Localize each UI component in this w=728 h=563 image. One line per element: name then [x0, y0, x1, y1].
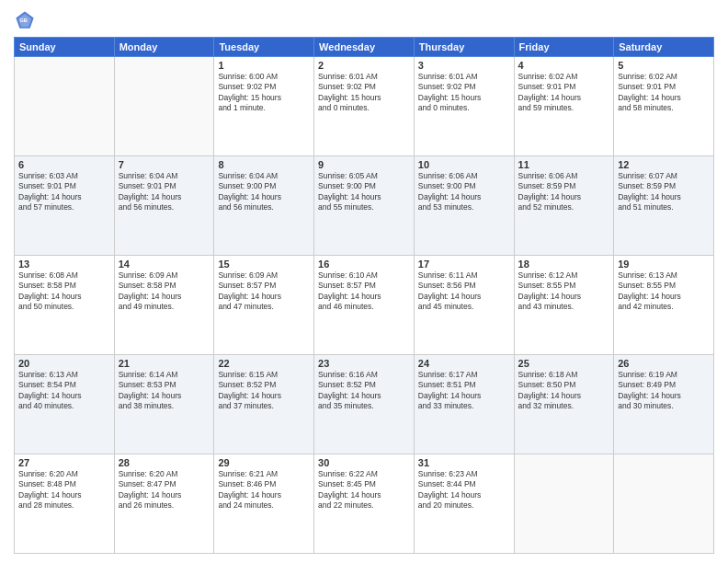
- day-info: Sunrise: 6:19 AMSunset: 8:49 PMDaylight:…: [618, 370, 710, 412]
- col-header-saturday: Saturday: [614, 38, 714, 57]
- day-number: 21: [119, 358, 210, 369]
- col-header-wednesday: Wednesday: [314, 38, 415, 57]
- logo-icon: GB: [14, 9, 36, 31]
- calendar-cell: [514, 454, 614, 554]
- calendar-cell: 22Sunrise: 6:15 AMSunset: 8:52 PMDayligh…: [214, 355, 314, 454]
- day-info: Sunrise: 6:00 AMSunset: 9:02 PMDaylight:…: [218, 72, 310, 114]
- calendar-cell: 27Sunrise: 6:20 AMSunset: 8:48 PMDayligh…: [15, 454, 115, 554]
- day-number: 29: [218, 457, 310, 468]
- day-number: 17: [418, 259, 510, 270]
- day-info: Sunrise: 6:05 AMSunset: 9:00 PMDaylight:…: [318, 171, 410, 213]
- day-info: Sunrise: 6:04 AMSunset: 9:00 PMDaylight:…: [218, 171, 310, 213]
- day-info: Sunrise: 6:16 AMSunset: 8:52 PMDaylight:…: [318, 370, 410, 412]
- day-info: Sunrise: 6:23 AMSunset: 8:44 PMDaylight:…: [418, 469, 510, 511]
- day-number: 19: [618, 259, 710, 270]
- day-info: Sunrise: 6:01 AMSunset: 9:02 PMDaylight:…: [318, 72, 410, 114]
- day-info: Sunrise: 6:01 AMSunset: 9:02 PMDaylight:…: [418, 72, 510, 114]
- day-info: Sunrise: 6:13 AMSunset: 8:55 PMDaylight:…: [618, 270, 710, 313]
- day-number: 26: [618, 358, 710, 369]
- col-header-sunday: Sunday: [15, 38, 115, 57]
- day-number: 28: [119, 457, 210, 468]
- day-number: 9: [318, 159, 410, 170]
- day-number: 10: [418, 159, 510, 170]
- day-info: Sunrise: 6:20 AMSunset: 8:47 PMDaylight:…: [119, 469, 210, 511]
- calendar-cell: 23Sunrise: 6:16 AMSunset: 8:52 PMDayligh…: [314, 355, 415, 454]
- calendar-cell: 10Sunrise: 6:06 AMSunset: 9:00 PMDayligh…: [414, 156, 514, 256]
- day-number: 23: [318, 358, 410, 369]
- day-info: Sunrise: 6:03 AMSunset: 9:01 PMDaylight:…: [18, 171, 110, 213]
- col-header-friday: Friday: [514, 38, 614, 57]
- calendar-cell: 7Sunrise: 6:04 AMSunset: 9:01 PMDaylight…: [114, 156, 214, 256]
- day-info: Sunrise: 6:07 AMSunset: 8:59 PMDaylight:…: [618, 171, 710, 213]
- day-info: Sunrise: 6:08 AMSunset: 8:58 PMDaylight:…: [18, 270, 110, 313]
- day-number: 6: [18, 159, 110, 170]
- day-number: 13: [18, 259, 110, 270]
- day-info: Sunrise: 6:21 AMSunset: 8:46 PMDaylight:…: [218, 469, 310, 511]
- calendar-cell: 11Sunrise: 6:06 AMSunset: 8:59 PMDayligh…: [514, 156, 614, 256]
- calendar-cell: 5Sunrise: 6:02 AMSunset: 9:01 PMDaylight…: [614, 57, 714, 156]
- calendar-cell: 12Sunrise: 6:07 AMSunset: 8:59 PMDayligh…: [614, 156, 714, 256]
- calendar-cell: 8Sunrise: 6:04 AMSunset: 9:00 PMDaylight…: [214, 156, 314, 256]
- day-number: 8: [218, 159, 310, 170]
- day-number: 1: [218, 60, 310, 71]
- calendar-cell: 13Sunrise: 6:08 AMSunset: 8:58 PMDayligh…: [15, 256, 115, 355]
- calendar-table: SundayMondayTuesdayWednesdayThursdayFrid…: [14, 37, 714, 554]
- day-number: 18: [518, 259, 610, 270]
- calendar-cell: 21Sunrise: 6:14 AMSunset: 8:53 PMDayligh…: [114, 355, 214, 454]
- calendar-cell: 17Sunrise: 6:11 AMSunset: 8:56 PMDayligh…: [414, 256, 514, 355]
- day-number: 22: [218, 358, 310, 369]
- calendar-cell: [614, 454, 714, 554]
- day-number: 27: [18, 457, 110, 468]
- day-info: Sunrise: 6:22 AMSunset: 8:45 PMDaylight:…: [318, 469, 410, 511]
- calendar-cell: 14Sunrise: 6:09 AMSunset: 8:58 PMDayligh…: [114, 256, 214, 355]
- calendar-cell: 16Sunrise: 6:10 AMSunset: 8:57 PMDayligh…: [314, 256, 415, 355]
- calendar-cell: 19Sunrise: 6:13 AMSunset: 8:55 PMDayligh…: [614, 256, 714, 355]
- day-number: 3: [418, 60, 510, 71]
- col-header-monday: Monday: [114, 38, 214, 57]
- calendar-cell: 9Sunrise: 6:05 AMSunset: 9:00 PMDaylight…: [314, 156, 415, 256]
- logo: GB: [14, 9, 40, 31]
- day-info: Sunrise: 6:13 AMSunset: 8:54 PMDaylight:…: [18, 370, 110, 412]
- calendar-week-row: 20Sunrise: 6:13 AMSunset: 8:54 PMDayligh…: [15, 355, 714, 454]
- calendar-cell: 29Sunrise: 6:21 AMSunset: 8:46 PMDayligh…: [214, 454, 314, 554]
- calendar-week-row: 13Sunrise: 6:08 AMSunset: 8:58 PMDayligh…: [15, 256, 714, 355]
- col-header-thursday: Thursday: [414, 38, 514, 57]
- calendar-cell: 15Sunrise: 6:09 AMSunset: 8:57 PMDayligh…: [214, 256, 314, 355]
- calendar-cell: 1Sunrise: 6:00 AMSunset: 9:02 PMDaylight…: [214, 57, 314, 156]
- day-info: Sunrise: 6:02 AMSunset: 9:01 PMDaylight:…: [618, 72, 710, 114]
- day-info: Sunrise: 6:14 AMSunset: 8:53 PMDaylight:…: [119, 370, 210, 412]
- day-info: Sunrise: 6:12 AMSunset: 8:55 PMDaylight:…: [518, 270, 610, 313]
- day-number: 25: [518, 358, 610, 369]
- day-info: Sunrise: 6:18 AMSunset: 8:50 PMDaylight:…: [518, 370, 610, 412]
- day-info: Sunrise: 6:11 AMSunset: 8:56 PMDaylight:…: [418, 270, 510, 313]
- day-info: Sunrise: 6:06 AMSunset: 9:00 PMDaylight:…: [418, 171, 510, 213]
- header: GB: [14, 9, 714, 31]
- day-number: 7: [119, 159, 210, 170]
- day-info: Sunrise: 6:15 AMSunset: 8:52 PMDaylight:…: [218, 370, 310, 412]
- page: GB SundayMondayTuesdayWednesdayThursdayF…: [0, 0, 728, 563]
- calendar-cell: 31Sunrise: 6:23 AMSunset: 8:44 PMDayligh…: [414, 454, 514, 554]
- calendar-cell: 18Sunrise: 6:12 AMSunset: 8:55 PMDayligh…: [514, 256, 614, 355]
- calendar-cell: 24Sunrise: 6:17 AMSunset: 8:51 PMDayligh…: [414, 355, 514, 454]
- calendar-cell: 3Sunrise: 6:01 AMSunset: 9:02 PMDaylight…: [414, 57, 514, 156]
- calendar-cell: 2Sunrise: 6:01 AMSunset: 9:02 PMDaylight…: [314, 57, 415, 156]
- day-number: 24: [418, 358, 510, 369]
- calendar-cell: [15, 57, 115, 156]
- day-info: Sunrise: 6:20 AMSunset: 8:48 PMDaylight:…: [18, 469, 110, 511]
- day-info: Sunrise: 6:02 AMSunset: 9:01 PMDaylight:…: [518, 72, 610, 114]
- calendar-cell: 28Sunrise: 6:20 AMSunset: 8:47 PMDayligh…: [114, 454, 214, 554]
- day-info: Sunrise: 6:04 AMSunset: 9:01 PMDaylight:…: [119, 171, 210, 213]
- day-info: Sunrise: 6:10 AMSunset: 8:57 PMDaylight:…: [318, 270, 410, 313]
- day-number: 31: [418, 457, 510, 468]
- calendar-cell: 26Sunrise: 6:19 AMSunset: 8:49 PMDayligh…: [614, 355, 714, 454]
- day-number: 5: [618, 60, 710, 71]
- calendar-cell: 20Sunrise: 6:13 AMSunset: 8:54 PMDayligh…: [15, 355, 115, 454]
- calendar-week-row: 1Sunrise: 6:00 AMSunset: 9:02 PMDaylight…: [15, 57, 714, 156]
- day-number: 30: [318, 457, 410, 468]
- day-info: Sunrise: 6:09 AMSunset: 8:58 PMDaylight:…: [119, 270, 210, 313]
- calendar-week-row: 6Sunrise: 6:03 AMSunset: 9:01 PMDaylight…: [15, 156, 714, 256]
- calendar-cell: [114, 57, 214, 156]
- calendar-cell: 6Sunrise: 6:03 AMSunset: 9:01 PMDaylight…: [15, 156, 115, 256]
- calendar-cell: 4Sunrise: 6:02 AMSunset: 9:01 PMDaylight…: [514, 57, 614, 156]
- day-number: 15: [218, 259, 310, 270]
